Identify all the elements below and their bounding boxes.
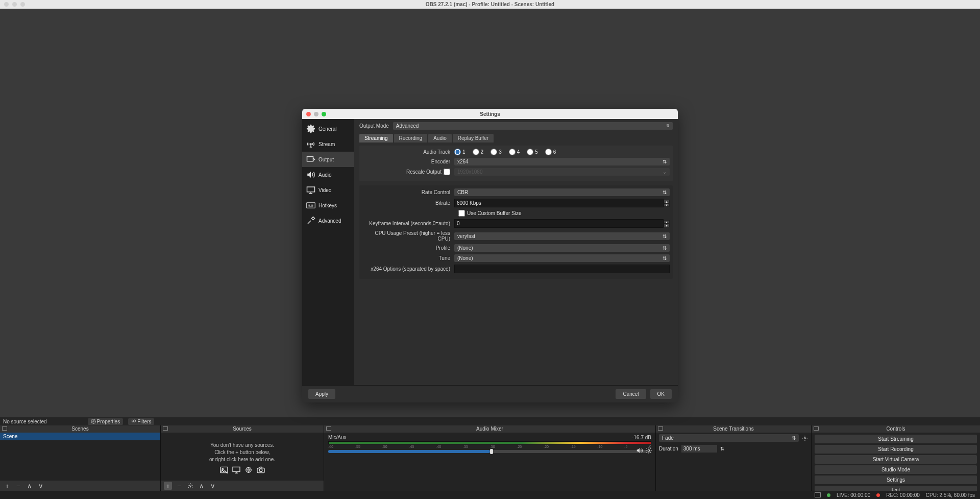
tab-audio[interactable]: Audio bbox=[428, 134, 452, 142]
track-6[interactable]: 6 bbox=[545, 149, 556, 155]
start-virtual-camera-button[interactable]: Start Virtual Camera bbox=[815, 455, 977, 464]
sources-empty-hint: You don't have any sources. Click the + … bbox=[161, 433, 324, 473]
rescale-checkbox[interactable] bbox=[444, 169, 450, 175]
properties-label: Properties bbox=[97, 419, 120, 424]
rate-control-select[interactable]: CBR⇅ bbox=[454, 188, 670, 196]
output-tabs: Streaming Recording Audio Replay Buffer bbox=[359, 134, 673, 142]
ok-button[interactable]: OK bbox=[650, 389, 672, 399]
move-up-button[interactable]: ∧ bbox=[198, 482, 206, 490]
profile-select[interactable]: (None)⇅ bbox=[454, 244, 670, 252]
channel-db: -16.7 dB bbox=[632, 435, 651, 440]
filters-label: Filters bbox=[137, 419, 151, 424]
transition-select[interactable]: Fade ⇅ bbox=[659, 434, 799, 442]
x264-options-input[interactable] bbox=[454, 265, 670, 273]
start-recording-button[interactable]: Start Recording bbox=[815, 445, 977, 454]
minimize-icon bbox=[314, 112, 318, 116]
popout-icon[interactable] bbox=[815, 492, 821, 497]
settings-button[interactable]: Settings bbox=[815, 476, 977, 484]
sidebar-item-output[interactable]: Output bbox=[302, 152, 354, 167]
properties-button[interactable]: Properties bbox=[88, 418, 124, 425]
volume-slider[interactable] bbox=[328, 450, 651, 453]
close-icon[interactable] bbox=[306, 112, 311, 116]
gear-icon bbox=[91, 419, 96, 424]
svg-rect-15 bbox=[307, 187, 315, 192]
svg-point-11 bbox=[804, 437, 806, 439]
custom-buffer-checkbox[interactable] bbox=[458, 210, 465, 217]
move-down-button[interactable]: ∨ bbox=[209, 482, 217, 490]
tab-recording[interactable]: Recording bbox=[394, 134, 428, 142]
sidebar-item-stream[interactable]: Stream bbox=[302, 136, 354, 152]
transitions-dock: Scene Transitions Fade ⇅ Duration ⇅ bbox=[656, 425, 812, 491]
dialog-footer: Apply Cancel OK bbox=[302, 385, 678, 402]
popout-icon[interactable] bbox=[163, 426, 168, 431]
tune-select[interactable]: (None)⇅ bbox=[454, 254, 670, 262]
live-status: LIVE: 00:00:00 bbox=[837, 492, 870, 498]
gear-icon bbox=[306, 124, 315, 133]
close-dot[interactable] bbox=[4, 2, 9, 7]
channel-name: Mic/Aux bbox=[328, 435, 347, 440]
track-5[interactable]: 5 bbox=[527, 149, 538, 155]
tab-streaming[interactable]: Streaming bbox=[359, 134, 393, 142]
studio-mode-button[interactable]: Studio Mode bbox=[815, 465, 977, 474]
popout-icon[interactable] bbox=[658, 426, 663, 431]
sidebar-item-audio[interactable]: Audio bbox=[302, 167, 354, 182]
traffic-lights[interactable] bbox=[4, 2, 25, 7]
apply-button[interactable]: Apply bbox=[308, 389, 335, 399]
audio-mixer-dock: Audio Mixer Mic/Aux -16.7 dB -60-55-50-4… bbox=[324, 425, 656, 491]
svg-point-10 bbox=[648, 449, 650, 452]
keyframe-input[interactable]: ▲▼ bbox=[454, 219, 670, 228]
output-mode-select[interactable]: Advanced ⇅ bbox=[393, 122, 673, 130]
source-settings-button[interactable] bbox=[186, 482, 194, 490]
move-up-button[interactable]: ∧ bbox=[26, 482, 34, 490]
sidebar-item-general[interactable]: General bbox=[302, 121, 354, 136]
speaker-icon[interactable] bbox=[636, 447, 643, 454]
zoom-icon[interactable] bbox=[322, 112, 326, 116]
profile-label: Profile bbox=[362, 245, 454, 251]
popout-icon[interactable] bbox=[2, 426, 7, 431]
custom-buffer-row[interactable]: Use Custom Buffer Size bbox=[458, 210, 670, 217]
image-icon bbox=[219, 466, 229, 473]
sidebar-item-video[interactable]: Video bbox=[302, 182, 354, 198]
move-down-button[interactable]: ∨ bbox=[37, 482, 45, 490]
window-title: OBS 27.2.1 (mac) - Profile: Untitled - S… bbox=[426, 2, 554, 7]
cpu-preset-select[interactable]: veryfast⇅ bbox=[454, 232, 670, 240]
cancel-button[interactable]: Cancel bbox=[616, 389, 646, 399]
popout-icon[interactable] bbox=[326, 426, 331, 431]
live-indicator-icon bbox=[827, 493, 830, 497]
chevron-updown-icon[interactable]: ⇅ bbox=[720, 446, 724, 452]
sidebar-item-advanced[interactable]: Advanced bbox=[302, 213, 354, 228]
start-streaming-button[interactable]: Start Streaming bbox=[815, 435, 977, 443]
track-1[interactable]: 1 bbox=[454, 149, 465, 155]
track-3[interactable]: 3 bbox=[491, 149, 502, 155]
add-source-button[interactable]: + bbox=[164, 482, 172, 490]
encoder-select[interactable]: x264⇅ bbox=[454, 158, 670, 165]
popout-icon[interactable] bbox=[814, 426, 819, 431]
svg-point-4 bbox=[222, 468, 223, 470]
bitrate-input[interactable]: ▲▼ bbox=[454, 199, 670, 207]
scene-item[interactable]: Scene bbox=[0, 433, 160, 440]
remove-scene-button[interactable]: − bbox=[14, 482, 22, 490]
tab-replay-buffer[interactable]: Replay Buffer bbox=[453, 134, 494, 142]
rec-status: REC: 00:00:00 bbox=[886, 492, 920, 498]
streaming-form-top: Audio Track 1 2 3 4 5 6 Encoder x264⇅ bbox=[359, 146, 673, 181]
filters-button[interactable]: Filters bbox=[128, 418, 154, 425]
track-4[interactable]: 4 bbox=[509, 149, 520, 155]
minimize-dot[interactable] bbox=[12, 2, 17, 7]
channel-settings-icon[interactable] bbox=[645, 447, 652, 454]
rate-control-label: Rate Control bbox=[362, 189, 454, 195]
chevron-updown-icon: ⇅ bbox=[666, 124, 670, 128]
chevron-updown-icon: ⇅ bbox=[792, 435, 796, 441]
zoom-dot[interactable] bbox=[20, 2, 25, 7]
svg-rect-5 bbox=[233, 467, 240, 471]
filter-icon bbox=[131, 419, 136, 424]
track-2[interactable]: 2 bbox=[473, 149, 484, 155]
add-scene-button[interactable]: + bbox=[3, 482, 11, 490]
globe-icon bbox=[244, 466, 253, 473]
remove-source-button[interactable]: − bbox=[175, 482, 183, 490]
transition-settings-icon[interactable] bbox=[802, 435, 808, 441]
monitor-icon bbox=[232, 466, 241, 473]
sidebar-item-hotkeys[interactable]: Hotkeys bbox=[302, 198, 354, 213]
main-area: No source selected Properties Filters Sc… bbox=[0, 9, 980, 491]
exit-button[interactable]: Exit bbox=[815, 486, 977, 491]
duration-input[interactable] bbox=[681, 445, 717, 453]
